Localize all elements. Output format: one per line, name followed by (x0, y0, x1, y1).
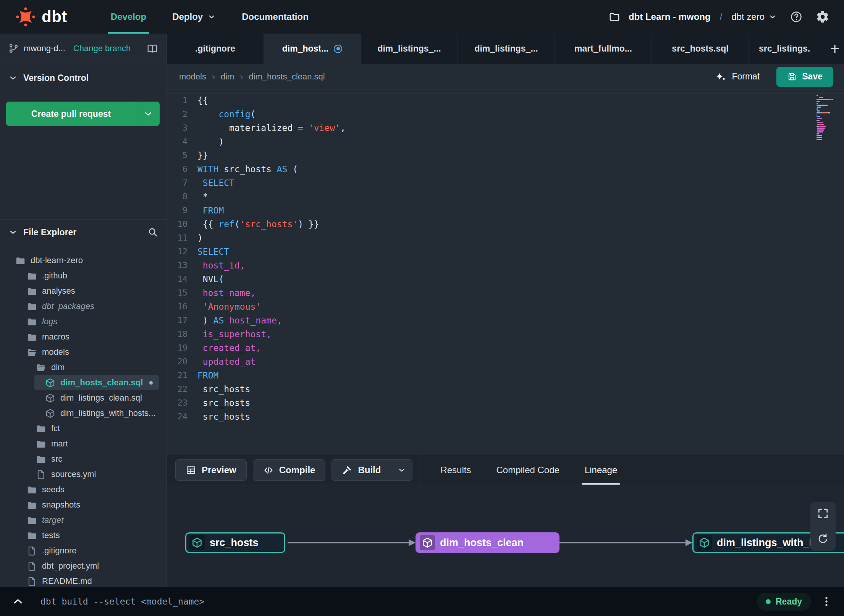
folder-icon (27, 530, 37, 541)
create-pull-request-button[interactable]: Create pull request (6, 102, 136, 126)
create-pull-request-caret-button[interactable] (136, 102, 160, 126)
hammer-icon (342, 465, 352, 475)
tree-item-tests[interactable]: tests (0, 528, 167, 543)
format-button[interactable]: Format (715, 71, 760, 82)
tree-item-mart[interactable]: mart (0, 436, 167, 451)
docs-book-icon[interactable] (147, 43, 158, 54)
breadcrumb-separator: › (240, 71, 243, 82)
tree-item-readme-md[interactable]: README.md (0, 574, 167, 587)
build-button[interactable]: Build (331, 459, 412, 481)
help-button[interactable] (790, 10, 803, 23)
file-explorer-header[interactable]: File Explorer (0, 219, 167, 245)
kebab-menu-icon[interactable] (820, 595, 833, 608)
line-text: ) (197, 135, 224, 149)
settings-gear-button[interactable] (816, 10, 829, 24)
breadcrumb-item-models[interactable]: models (179, 72, 206, 82)
tree-item-models[interactable]: models (0, 344, 167, 360)
line-text: {{ ref('src_hosts') }} (197, 217, 319, 231)
minimap-line (817, 133, 839, 134)
project-folder-icon (609, 11, 620, 23)
line-number: 6 (167, 162, 197, 176)
nav-item-documentation[interactable]: Documentation (229, 0, 322, 34)
preview-button[interactable]: Preview (175, 459, 247, 481)
panel-tab-compiled-code[interactable]: Compiled Code (496, 455, 559, 485)
line-text: FROM (197, 204, 224, 217)
tab-modified-indicator-icon (334, 45, 342, 53)
tree-item-dim-hosts-clean-sql[interactable]: dim_hosts_clean.sql (34, 375, 159, 390)
command-bar: dbt build --select <model_name> Ready (0, 587, 844, 616)
tree-item-dim-listings-with-hosts[interactable]: dim_listings_with_hosts... (0, 406, 167, 421)
file-tree: dbt-learn-zero.githubanalysesdbt_package… (0, 245, 167, 587)
tree-item-dbt-learn-zero[interactable]: dbt-learn-zero (0, 253, 167, 268)
tab-dim-host[interactable]: dim_host... (264, 34, 361, 64)
fullscreen-icon[interactable] (813, 505, 833, 522)
tree-item-gitignore[interactable]: .gitignore (0, 543, 167, 558)
tree-item-dbt-packages[interactable]: dbt_packages (0, 299, 167, 314)
tree-item-github[interactable]: .github (0, 268, 167, 283)
line-text: created_at, (197, 341, 261, 355)
code-editor[interactable]: 1{{2 config(3 materialized = 'view',4 )5… (167, 90, 844, 455)
tree-item-label: dim (51, 362, 65, 372)
tree-item-dim[interactable]: dim (0, 360, 167, 375)
tree-item-analyses[interactable]: analyses (0, 283, 167, 299)
tab-dim-listings[interactable]: dim_listings_... (361, 34, 458, 64)
folder-icon (36, 454, 46, 464)
tree-item-snapshots[interactable]: snapshots (0, 497, 167, 513)
panel-tab-results[interactable]: Results (440, 455, 471, 485)
reset-view-icon[interactable] (813, 530, 833, 548)
panel-tab-lineage[interactable]: Lineage (585, 455, 617, 485)
lineage-node-src-hosts[interactable]: src_hosts (185, 532, 285, 553)
breadcrumb-item-dim-hosts-clean-sql[interactable]: dim_hosts_clean.sql (249, 72, 325, 82)
version-control-header[interactable]: Version Control (0, 63, 167, 92)
code-line-1: 1{{ (167, 94, 844, 107)
breadcrumb-item-dim[interactable]: dim (221, 72, 234, 82)
compile-button-main[interactable]: Compile (253, 465, 325, 475)
tree-item-seeds[interactable]: seeds (0, 482, 167, 497)
lineage-node-dim-hosts-clean[interactable]: dim_hosts_clean (416, 532, 559, 553)
minimap-line (817, 135, 839, 136)
current-branch[interactable]: mwong-d... (24, 44, 65, 53)
nav-item-develop[interactable]: Develop (98, 0, 159, 34)
minimap-line (817, 120, 839, 121)
compile-button[interactable]: Compile (253, 459, 326, 481)
editor-minimap[interactable] (817, 95, 839, 141)
new-tab-button[interactable]: + (826, 34, 844, 64)
chevron-up-icon[interactable] (11, 595, 24, 608)
tree-item-dim-listings-clean-sql[interactable]: dim_listings_clean.sql (0, 390, 167, 406)
account-name[interactable]: dbt Learn - mwong (629, 11, 711, 22)
project-selector[interactable]: dbt zero (731, 11, 777, 22)
code-icon (263, 465, 274, 475)
tab-src-hosts-sql[interactable]: src_hosts.sql (652, 34, 749, 64)
tree-item-macros[interactable]: macros (0, 329, 167, 344)
dbt-brand[interactable]: dbt (15, 6, 67, 27)
sidebar: mwong-d... Change branch Version Control… (0, 34, 167, 587)
save-floppy-icon (787, 72, 797, 82)
tree-item-logs[interactable]: logs (0, 314, 167, 329)
tab-mart-fullmo[interactable]: mart_fullmo... (555, 34, 652, 64)
tree-item-src[interactable]: src (0, 451, 167, 467)
search-icon[interactable] (147, 227, 158, 238)
tab-label: src_listings. (759, 44, 810, 54)
dbt-logo-icon (15, 6, 36, 27)
lineage-canvas[interactable]: src_hostsdim_hosts_cleandim_listings_wit… (167, 485, 844, 587)
preview-button-main[interactable]: Preview (176, 465, 246, 475)
tree-item-sources-yml[interactable]: sources.yml (0, 467, 167, 482)
build-caret-button[interactable] (391, 460, 412, 480)
line-number: 18 (167, 327, 197, 341)
tree-item-label: models (42, 347, 69, 357)
command-input[interactable]: dbt build --select <model_name> (40, 597, 204, 606)
tree-item-target[interactable]: target (0, 513, 167, 528)
tab-src-listings[interactable]: src_listings. (749, 34, 825, 64)
nav-item-deploy[interactable]: Deploy (159, 0, 229, 34)
save-button[interactable]: Save (776, 67, 833, 87)
tree-item-dbt-project-yml[interactable]: dbt_project.yml (0, 558, 167, 574)
tree-item-label: dbt_packages (42, 301, 94, 311)
change-branch-link[interactable]: Change branch (73, 44, 131, 53)
tab-dim-listings[interactable]: dim_listings_... (458, 34, 555, 64)
minimap-line (817, 128, 839, 129)
code-line-7: 7 SELECT (167, 176, 844, 190)
tree-item-fct[interactable]: fct (0, 421, 167, 436)
tab-label: .gitignore (195, 44, 235, 54)
build-button-main[interactable]: Build (332, 465, 391, 475)
tab-gitignore[interactable]: .gitignore (167, 34, 264, 64)
